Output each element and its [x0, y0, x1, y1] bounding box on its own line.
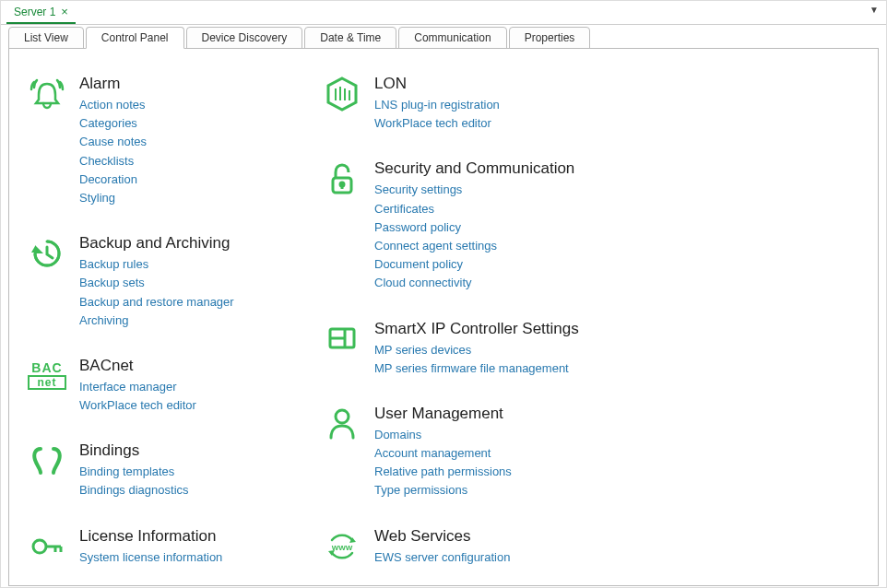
close-icon[interactable]: ×: [61, 6, 68, 18]
link-cause-notes[interactable]: Cause notes: [79, 134, 286, 150]
link-password-policy[interactable]: Password policy: [374, 219, 581, 236]
section-user-management: User ManagementDomainsAccount management…: [323, 405, 581, 500]
svg-text:WWW: WWW: [332, 544, 353, 552]
lock-icon: [323, 159, 361, 198]
bindings-icon: [28, 441, 66, 480]
link-backup-and-restore-manager[interactable]: Backup and restore manager: [79, 294, 286, 311]
section-title: BACnet: [79, 357, 286, 375]
section-title: Alarm: [79, 75, 286, 93]
link-lns-plug-in-registration[interactable]: LNS plug-in registration: [374, 97, 581, 113]
server-tab[interactable]: Server 1 ×: [6, 1, 76, 24]
server-tab-label: Server 1: [14, 6, 55, 18]
section-smartx-ip-controller-settings: SmartX IP Controller SettingsMP series d…: [323, 320, 581, 377]
section-title: Bindings: [79, 441, 286, 460]
link-bindings-diagnostics[interactable]: Bindings diagnostics: [79, 482, 286, 499]
tab-properties[interactable]: Properties: [509, 27, 591, 49]
column-1: LONLNS plug-in registrationWorkPlace tec…: [323, 75, 581, 566]
link-checklists[interactable]: Checklists: [79, 153, 286, 170]
link-relative-path-permissions[interactable]: Relative path permissions: [374, 464, 581, 480]
link-categories[interactable]: Categories: [79, 115, 286, 132]
section-title: Security and Communication: [374, 159, 581, 178]
key-icon: [28, 527, 66, 566]
link-document-policy[interactable]: Document policy: [374, 256, 581, 273]
link-action-notes[interactable]: Action notes: [79, 97, 286, 113]
tab-date-time[interactable]: Date & Time: [304, 27, 396, 49]
link-binding-templates[interactable]: Binding templates: [79, 464, 286, 480]
section-alarm: AlarmAction notesCategoriesCause notesCh…: [28, 75, 286, 206]
link-system-license-information[interactable]: System license information: [79, 549, 286, 566]
svg-marker-5: [328, 78, 356, 110]
link-mp-series-devices[interactable]: MP series devices: [374, 342, 581, 359]
link-archiving[interactable]: Archiving: [79, 312, 286, 329]
link-workplace-tech-editor[interactable]: WorkPlace tech editor: [374, 115, 581, 132]
column-0: AlarmAction notesCategoriesCause notesCh…: [28, 75, 286, 566]
link-cloud-connectivity[interactable]: Cloud connectivity: [374, 275, 581, 291]
link-ews-server-configuration[interactable]: EWS server configuration: [374, 549, 581, 566]
bacnet-icon: BACnet: [28, 357, 66, 395]
link-account-management[interactable]: Account management: [374, 445, 581, 462]
link-type-permissions[interactable]: Type permissions: [374, 482, 581, 499]
alarm-icon: [28, 75, 66, 113]
section-web-services: WWWWeb ServicesEWS server configuration: [323, 527, 581, 566]
link-backup-sets[interactable]: Backup sets: [79, 275, 286, 291]
sub-tab-bar: List ViewControl PanelDevice DiscoveryDa…: [1, 25, 886, 49]
backup-icon: [28, 234, 66, 273]
user-icon: [323, 405, 361, 443]
link-domains[interactable]: Domains: [374, 427, 581, 443]
section-title: SmartX IP Controller Settings: [374, 320, 581, 338]
link-connect-agent-settings[interactable]: Connect agent settings: [374, 238, 581, 254]
web-icon: WWW: [323, 527, 361, 566]
section-lon: LONLNS plug-in registrationWorkPlace tec…: [323, 75, 581, 132]
link-styling[interactable]: Styling: [79, 190, 286, 206]
tab-dropdown-icon[interactable]: ▼: [869, 5, 879, 15]
section-title: Backup and Archiving: [79, 234, 286, 253]
section-security-and-communication: Security and CommunicationSecurity setti…: [323, 159, 581, 291]
link-backup-rules[interactable]: Backup rules: [79, 256, 286, 273]
link-mp-series-firmware-file-management[interactable]: MP series firmware file management: [374, 360, 581, 377]
section-backup-and-archiving: Backup and ArchivingBackup rulesBackup s…: [28, 234, 286, 329]
section-bindings: BindingsBinding templatesBindings diagno…: [28, 441, 286, 499]
lon-icon: [323, 75, 361, 113]
tab-control-panel[interactable]: Control Panel: [86, 27, 184, 49]
tab-list-view[interactable]: List View: [8, 27, 84, 49]
link-decoration[interactable]: Decoration: [79, 171, 286, 188]
section-title: LON: [374, 75, 581, 93]
server-tab-bar: Server 1 × ▼: [1, 1, 886, 25]
section-title: Web Services: [374, 527, 581, 546]
tab-communication[interactable]: Communication: [398, 27, 506, 49]
link-workplace-tech-editor[interactable]: WorkPlace tech editor: [79, 397, 286, 414]
svg-point-1: [33, 540, 46, 553]
svg-point-11: [340, 182, 344, 186]
controller-icon: [323, 320, 361, 359]
section-bacnet: BACnetBACnetInterface managerWorkPlace t…: [28, 357, 286, 414]
section-title: User Management: [374, 405, 581, 423]
section-license-information: License InformationSystem license inform…: [28, 527, 286, 566]
control-panel-content: AlarmAction notesCategoriesCause notesCh…: [8, 48, 879, 586]
tab-device-discovery[interactable]: Device Discovery: [186, 27, 303, 49]
link-security-settings[interactable]: Security settings: [374, 182, 581, 198]
link-interface-manager[interactable]: Interface manager: [79, 379, 286, 395]
link-certificates[interactable]: Certificates: [374, 201, 581, 218]
svg-point-16: [336, 410, 349, 423]
section-title: License Information: [79, 527, 286, 546]
